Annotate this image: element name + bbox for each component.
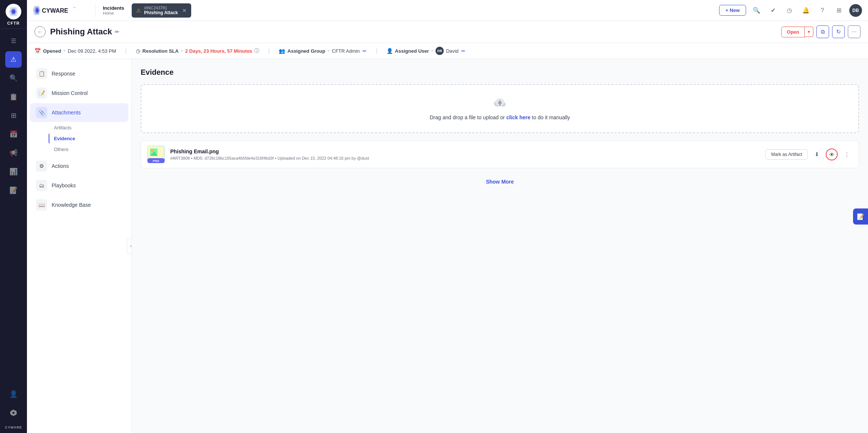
file-actions: Mark as Artifact ⬇ 👁 ⋮	[765, 148, 853, 160]
nav-item-incidents[interactable]: ⚠	[5, 51, 22, 68]
more-options-button[interactable]: ···	[848, 25, 861, 38]
sidebar-item-playbooks[interactable]: 🗂 Playbooks	[30, 176, 128, 195]
sidebar-item-actions[interactable]: ⚙ Actions	[30, 157, 128, 175]
progress-button[interactable]: ◷	[783, 4, 795, 16]
new-button[interactable]: + New	[719, 5, 746, 16]
copy-icon-button[interactable]: ⧉	[816, 25, 829, 38]
nav-item-schedule[interactable]: 📅	[5, 126, 22, 142]
sidebar-sub-artifacts[interactable]: Artifacts	[49, 123, 131, 133]
show-more-button[interactable]: Show More	[141, 174, 859, 189]
nav-item-settings[interactable]	[5, 405, 22, 421]
upload-drop-zone[interactable]: Drag and drop a file to upload or click …	[141, 84, 859, 133]
content-area: 📋 Response 📝 Mission Control 📎 Attachmen…	[27, 59, 868, 433]
status-open-button[interactable]: Open	[781, 27, 805, 37]
nav-cftr-label: CFTR	[7, 21, 19, 25]
file-thumbnail: PNG	[147, 145, 165, 163]
nav-item-notes[interactable]: 📝	[5, 182, 22, 199]
back-button[interactable]: ←	[34, 26, 46, 37]
tab-warning-icon: ⚠	[136, 7, 141, 13]
tasks-button[interactable]: ✔	[767, 4, 779, 16]
knowledge-base-icon: 📖	[36, 199, 47, 211]
user-icon: 👤	[386, 48, 393, 54]
upload-text: Drag and drop a file to upload or click …	[430, 114, 570, 120]
refresh-button[interactable]: ↻	[832, 25, 845, 38]
file-info: Phishing Email.png #ART3808 • MD5: d728c…	[170, 148, 760, 160]
opened-label: Opened	[43, 48, 61, 54]
user-avatar[interactable]: DB	[849, 4, 862, 17]
sla-icon: ◷	[136, 48, 140, 54]
sidebar-collapse-button[interactable]: «	[127, 239, 132, 254]
file-more-button[interactable]: ⋮	[841, 148, 853, 160]
page-title: Phishing Attack	[50, 27, 112, 37]
notifications-button[interactable]: 🔔	[800, 4, 812, 16]
right-floating-tab[interactable]: 📝	[853, 209, 868, 225]
sla-info-icon[interactable]: ⓘ	[254, 47, 259, 54]
nav-item-analytics[interactable]: 📊	[5, 163, 22, 180]
meta-bar: 📅 Opened • Dec 09 2022, 4:53 PM | ◷ Reso…	[27, 43, 868, 59]
nav-bottom: 👤 CYWARE	[5, 386, 22, 429]
assigned-group-value: CFTR Admin	[332, 48, 360, 54]
file-meta: #ART3808 • MD5: d728c18bc165aca4b5fde4e3…	[170, 156, 760, 160]
nav-menu-toggle[interactable]: ☰	[5, 33, 22, 49]
evidence-section-title: Evidence	[141, 68, 859, 77]
cyware-bottom-logo: CYWARE	[5, 423, 22, 429]
file-art-id: #ART3808	[170, 156, 190, 160]
top-bar: CYWARE ™ Incidents Home ⚠ #INC243781 Phi…	[27, 0, 868, 21]
sidebar-item-attachments[interactable]: 📎 Attachments	[30, 103, 128, 122]
breadcrumb-sub: Home	[103, 11, 124, 15]
file-name: Phishing Email.png	[170, 148, 760, 154]
group-icon: 👥	[279, 48, 285, 54]
nav-item-dashboard[interactable]: ⊞	[5, 107, 22, 124]
assigned-group-meta: 👥 Assigned Group • CFTR Admin ✏	[279, 47, 367, 54]
mark-artifact-button[interactable]: Mark as Artifact	[765, 149, 808, 160]
svg-point-15	[151, 150, 153, 152]
user-edit-icon[interactable]: ✏	[461, 48, 465, 54]
file-download-button[interactable]: ⬇	[811, 148, 823, 160]
incident-tab[interactable]: ⚠ #INC243781 Phishing Attack ✕	[132, 3, 191, 18]
status-dropdown-button[interactable]: ▾	[805, 27, 813, 37]
group-edit-icon[interactable]: ✏	[363, 48, 367, 54]
nav-item-search[interactable]: 🔍	[5, 70, 22, 86]
assigned-user-avatar: DB	[435, 47, 444, 55]
cyware-brand: CYWARE ™	[33, 4, 82, 16]
actions-icon: ⚙	[36, 160, 47, 172]
assigned-group-label: Assigned Group	[287, 48, 325, 54]
sidebar: 📋 Response 📝 Mission Control 📎 Attachmen…	[27, 59, 132, 433]
sidebar-item-response[interactable]: 📋 Response	[30, 64, 128, 83]
page-header: ← Phishing Attack ✏ Open ▾ ⧉ ↻ ···	[27, 21, 868, 43]
assigned-user-label: Assigned User	[395, 48, 429, 54]
breadcrumb-title: Incidents	[103, 5, 124, 11]
tab-title: Phishing Attack	[144, 10, 178, 15]
png-badge: PNG	[147, 159, 165, 163]
response-icon: 📋	[36, 68, 47, 79]
sidebar-playbooks-label: Playbooks	[52, 182, 76, 188]
nav-item-broadcast[interactable]: 📢	[5, 145, 22, 161]
title-edit-icon[interactable]: ✏	[115, 29, 119, 35]
left-navigation: CFTR ☰ ⚠ 🔍 📋 ⊞ 📅 📢 📊 📝 👤 CYWARE	[0, 0, 27, 433]
file-md5: MD5: d728c18bc165aca4b5fde4e316f4bd3f	[193, 156, 273, 160]
file-preview-button[interactable]: 👁	[826, 148, 838, 160]
nav-logo-icon	[6, 4, 21, 19]
sidebar-sub-others[interactable]: Others	[49, 144, 131, 154]
nav-item-users[interactable]: 👤	[5, 386, 22, 402]
sidebar-item-mission-control[interactable]: 📝 Mission Control	[30, 84, 128, 102]
help-button[interactable]: ?	[816, 4, 828, 16]
main-area: CYWARE ™ Incidents Home ⚠ #INC243781 Phi…	[27, 0, 868, 433]
apps-button[interactable]: ⊞	[833, 4, 845, 16]
breadcrumb: Incidents Home	[103, 5, 124, 15]
sidebar-sub-evidence[interactable]: Evidence	[49, 133, 131, 144]
sidebar-item-knowledge-base[interactable]: 📖 Knowledge Base	[30, 196, 128, 214]
status-btn-group: Open ▾	[781, 27, 813, 37]
tab-close-btn[interactable]: ✕	[182, 7, 187, 13]
attachments-icon: 📎	[36, 107, 47, 118]
upload-cloud-icon	[153, 97, 846, 111]
search-button[interactable]: 🔍	[751, 4, 762, 16]
file-item: PNG Phishing Email.png #ART3808 • MD5: d…	[141, 141, 859, 168]
sla-meta: ◷ Resolution SLA • 2 Days, 23 Hours, 57 …	[136, 47, 260, 54]
sidebar-sub-items: Artifacts Evidence Others	[27, 123, 131, 154]
nav-item-reports[interactable]: 📋	[5, 89, 22, 105]
main-content-panel: Evidence Drag and drop a file to upload …	[132, 59, 868, 433]
breadcrumb-divider	[95, 4, 95, 17]
upload-click-here[interactable]: click here	[506, 114, 531, 120]
svg-text:™: ™	[73, 6, 76, 10]
